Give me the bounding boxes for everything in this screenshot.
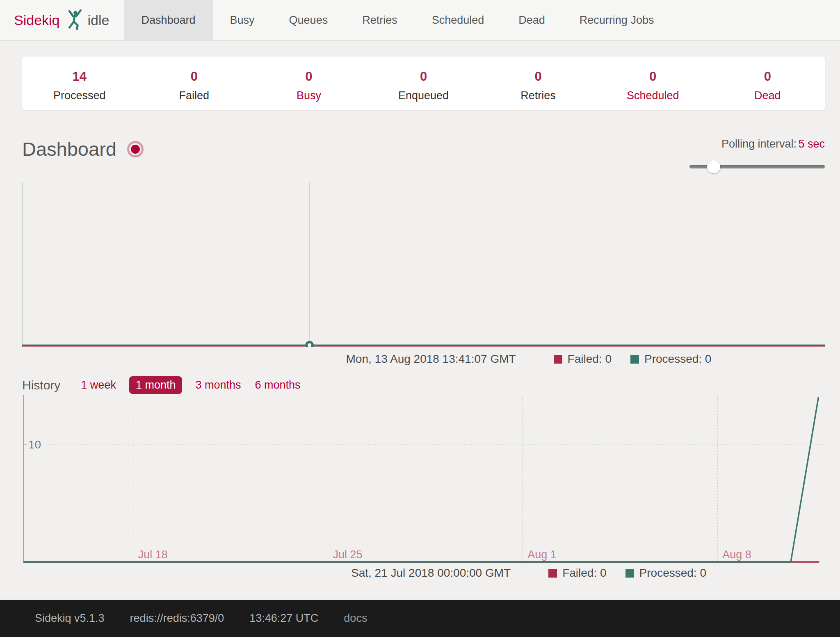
legend-processed-label: Processed: 0 [639, 566, 706, 580]
polling-label: Polling interval: [721, 138, 797, 150]
stat-failed: 0 Failed [137, 57, 252, 102]
footer-version: Sidekiq v5.1.3 [35, 612, 105, 625]
stat-failed-value: 0 [137, 69, 252, 84]
stat-dead: 0 Dead [710, 57, 825, 102]
stat-retries-value: 0 [481, 69, 596, 84]
range-6-months[interactable]: 6 months [254, 376, 301, 394]
realtime-hover-timestamp: Mon, 13 Aug 2018 13:41:07 GMT [346, 353, 516, 366]
stat-busy: 0 Busy [251, 57, 366, 102]
footer-docs-link[interactable]: docs [344, 612, 367, 625]
processed-swatch-icon [625, 569, 634, 578]
stat-retries-label: Retries [481, 89, 596, 102]
svg-text:Jul 25: Jul 25 [333, 548, 363, 561]
stat-enqueued: 0 Enqueued [366, 57, 481, 102]
legend-failed-label: Failed: 0 [568, 353, 612, 366]
failed-swatch-icon [548, 569, 557, 578]
range-1-week[interactable]: 1 week [80, 376, 117, 394]
stat-busy-value: 0 [251, 69, 366, 84]
stat-scheduled-link[interactable]: Scheduled [596, 89, 710, 102]
footer-server-time: 13:46:27 UTC [249, 612, 318, 625]
sidekiq-runner-icon [66, 9, 84, 31]
realtime-chart [22, 182, 825, 347]
stat-enqueued-label: Enqueued [366, 89, 481, 102]
history-chart-svg: Jul 18Jul 25Aug 1Aug 810 [23, 395, 825, 563]
tab-queues[interactable]: Queues [272, 0, 345, 40]
stat-enqueued-value: 0 [366, 69, 481, 84]
legend-failed-label: Failed: 0 [562, 566, 606, 580]
live-beacon-dot [131, 145, 140, 154]
brand-link[interactable]: Sidekiq idle [0, 0, 124, 40]
history-title: History [22, 378, 60, 392]
tab-retries[interactable]: Retries [345, 0, 415, 40]
realtime-chart-legend: Mon, 13 Aug 2018 13:41:07 GMT Failed: 0 … [217, 353, 840, 366]
legend-failed: Failed: 0 [554, 353, 612, 366]
stat-processed: 14 Processed [22, 57, 137, 102]
range-1-month[interactable]: 1 month [129, 376, 183, 394]
failed-swatch-icon [554, 355, 562, 364]
status-text: idle [88, 12, 110, 28]
tab-dead[interactable]: Dead [501, 0, 562, 40]
polling-interval-link[interactable]: 5 sec [798, 138, 825, 150]
live-beacon-icon [127, 141, 144, 157]
tab-recurring-jobs[interactable]: Recurring Jobs [562, 0, 671, 40]
stat-retries: 0 Retries [481, 57, 596, 102]
page-title: Dashboard [22, 138, 116, 160]
stat-busy-link[interactable]: Busy [251, 89, 366, 102]
stat-processed-label: Processed [22, 89, 137, 102]
history-chart-legend: Sat, 21 Jul 2018 00:00:00 GMT Failed: 0 … [217, 566, 840, 580]
svg-text:Jul 18: Jul 18 [138, 548, 168, 561]
history-hover-timestamp: Sat, 21 Jul 2018 00:00:00 GMT [351, 566, 511, 580]
summary-stats-card: 14 Processed 0 Failed 0 Busy 0 Enqueued … [22, 57, 825, 110]
footer: Sidekiq v5.1.3 redis://redis:6379/0 13:4… [0, 600, 840, 637]
processed-swatch-icon [630, 355, 639, 364]
stat-dead-link[interactable]: Dead [710, 89, 825, 102]
legend-processed: Processed: 0 [630, 353, 711, 366]
legend-processed: Processed: 0 [625, 566, 706, 580]
stat-scheduled-value: 0 [596, 69, 710, 84]
navbar: Sidekiq idle Dashboard Busy Queues Retri… [0, 0, 840, 41]
range-3-months[interactable]: 3 months [194, 376, 242, 394]
svg-text:10: 10 [28, 438, 41, 451]
stat-dead-value: 0 [710, 69, 825, 84]
nav-tabs: Dashboard Busy Queues Retries Scheduled … [124, 0, 671, 40]
tab-scheduled[interactable]: Scheduled [415, 0, 502, 40]
polling-slider[interactable] [689, 160, 825, 173]
tab-dashboard[interactable]: Dashboard [124, 0, 212, 40]
stat-processed-value: 14 [22, 69, 137, 84]
history-chart: Jul 18Jul 25Aug 1Aug 810 [23, 395, 825, 563]
polling-control: Polling interval: 5 sec [689, 138, 825, 173]
tab-busy[interactable]: Busy [213, 0, 272, 40]
history-head: History 1 week 1 month 3 months 6 months [22, 376, 314, 394]
stat-scheduled: 0 Scheduled [596, 57, 710, 102]
svg-text:Aug 8: Aug 8 [722, 548, 751, 561]
footer-redis-url: redis://redis:6379/0 [130, 612, 224, 625]
legend-failed: Failed: 0 [548, 566, 606, 580]
stat-failed-label: Failed [137, 89, 252, 102]
page-head: Dashboard Polling interval: 5 sec [22, 138, 825, 173]
legend-processed-label: Processed: 0 [644, 353, 711, 366]
svg-text:Aug 1: Aug 1 [527, 548, 557, 561]
realtime-chart-svg [22, 182, 825, 347]
brand-name: Sidekiq [14, 12, 60, 28]
polling-slider-thumb[interactable] [707, 160, 720, 173]
